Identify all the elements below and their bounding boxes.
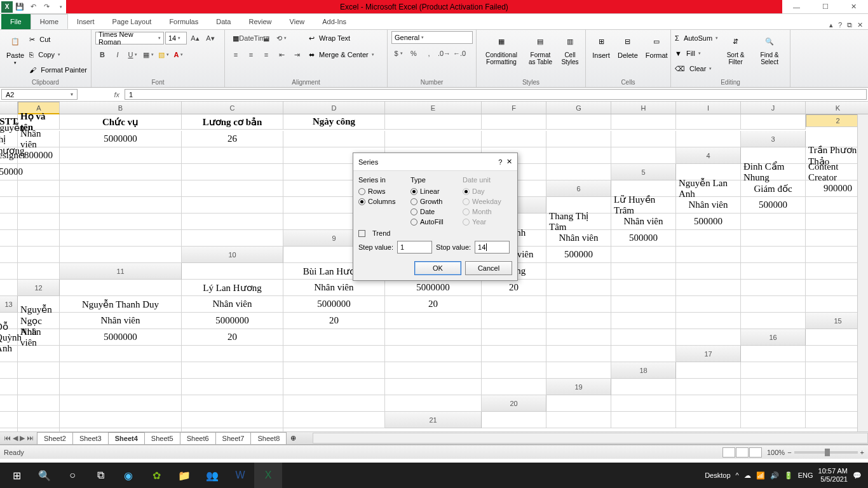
excel-taskbar-icon[interactable]: X: [254, 463, 282, 488]
cell[interactable]: [611, 280, 676, 296]
row-header[interactable]: 20: [482, 395, 546, 412]
save-icon[interactable]: 💾: [13, 1, 26, 13]
step-value-input[interactable]: 1: [397, 241, 432, 254]
cell[interactable]: Giám đốc: [741, 180, 806, 197]
cell[interactable]: [0, 180, 18, 197]
cell[interactable]: [0, 263, 18, 280]
app-icon-1[interactable]: ✿: [142, 463, 170, 488]
cell[interactable]: Nguyễn Thị Phương: [0, 131, 18, 147]
close-button[interactable]: ✕: [839, 0, 868, 14]
col-header[interactable]: K: [806, 102, 868, 114]
radio-rows[interactable]: Rows: [358, 187, 404, 195]
dialog-close-icon[interactable]: ✕: [506, 158, 512, 166]
cell[interactable]: [546, 346, 611, 362]
cell[interactable]: [385, 379, 482, 395]
cell[interactable]: [182, 147, 283, 164]
desktop-label[interactable]: Desktop: [705, 471, 730, 479]
font-color-button[interactable]: A: [172, 48, 186, 62]
cell[interactable]: [546, 147, 611, 164]
cell[interactable]: [182, 412, 283, 428]
cell[interactable]: [385, 114, 482, 130]
horizontal-scrollbar[interactable]: [313, 433, 868, 444]
cell[interactable]: [182, 395, 283, 412]
cell[interactable]: [482, 412, 546, 428]
radio-date[interactable]: Date: [410, 208, 456, 215]
cell[interactable]: [18, 230, 60, 247]
cell[interactable]: [0, 395, 18, 412]
cell[interactable]: [60, 362, 182, 379]
cell[interactable]: 20: [385, 296, 482, 313]
cell[interactable]: [676, 296, 741, 313]
sheet-tab[interactable]: Sheet7: [215, 432, 252, 444]
cell[interactable]: [182, 230, 283, 247]
cell[interactable]: 500000: [546, 247, 611, 263]
autosum-button[interactable]: Σ AutoSum: [675, 31, 718, 45]
sheet-tab[interactable]: Sheet4: [108, 432, 145, 444]
cell[interactable]: [60, 280, 182, 296]
radio-columns[interactable]: Columns: [358, 198, 404, 205]
redo-icon[interactable]: ↷: [40, 1, 53, 13]
cell[interactable]: [283, 395, 385, 412]
cell[interactable]: [0, 412, 18, 428]
row-header[interactable]: 4: [676, 147, 741, 164]
cell[interactable]: 20: [482, 280, 546, 296]
cell[interactable]: 26: [182, 131, 283, 147]
tab-data[interactable]: Data: [207, 14, 240, 29]
cell[interactable]: Nhân viên: [546, 230, 611, 247]
cell[interactable]: [676, 280, 741, 296]
zoom-in-button[interactable]: +: [860, 449, 864, 456]
decrease-decimal-icon[interactable]: ←.0: [452, 46, 466, 60]
underline-button[interactable]: U: [126, 48, 140, 62]
clear-button[interactable]: ⌫ Clear: [675, 62, 718, 76]
cell[interactable]: 5000000: [385, 280, 482, 296]
page-layout-view-button[interactable]: [736, 447, 749, 458]
cell[interactable]: [60, 412, 182, 428]
cell[interactable]: [18, 214, 60, 230]
row-header[interactable]: 21: [385, 412, 482, 428]
find-select-button[interactable]: 🔍Find & Select: [753, 31, 786, 67]
cell[interactable]: [611, 263, 676, 280]
cell[interactable]: [676, 230, 741, 247]
cell[interactable]: [741, 362, 806, 379]
align-left-icon[interactable]: ≡: [229, 48, 243, 62]
cell[interactable]: [182, 362, 283, 379]
fill-button[interactable]: ▼ Fill: [675, 46, 718, 60]
cell[interactable]: [741, 412, 806, 428]
page-break-view-button[interactable]: [749, 447, 762, 458]
tab-formulas[interactable]: Formulas: [160, 14, 207, 29]
cell[interactable]: [0, 428, 18, 432]
copy-button[interactable]: ⎘ Copy: [29, 48, 87, 62]
cell[interactable]: [385, 131, 482, 147]
maximize-button[interactable]: ☐: [811, 0, 839, 14]
cell[interactable]: [676, 313, 741, 329]
row-header[interactable]: 17: [676, 346, 741, 362]
cell[interactable]: [611, 329, 676, 346]
cell[interactable]: [611, 346, 676, 362]
cortana-icon[interactable]: ○: [58, 463, 86, 488]
font-size-select[interactable]: 14: [165, 32, 187, 44]
cell[interactable]: [182, 379, 283, 395]
tab-file[interactable]: File: [1, 14, 31, 29]
cell[interactable]: Nguyễn Lan Anh: [676, 180, 741, 197]
cell[interactable]: [60, 379, 182, 395]
delete-cells-button[interactable]: ⊟Delete: [615, 31, 641, 60]
cell-styles-button[interactable]: ▥Cell Styles: [559, 31, 581, 67]
wifi-icon[interactable]: 📶: [756, 471, 765, 480]
cell[interactable]: [182, 214, 283, 230]
col-header[interactable]: E: [385, 102, 482, 114]
cell[interactable]: [611, 247, 676, 263]
cell[interactable]: Nhân viên: [676, 197, 741, 214]
bold-button[interactable]: B: [95, 48, 109, 62]
cell[interactable]: [741, 313, 806, 329]
format-cells-button[interactable]: ▭Format: [643, 31, 670, 60]
cell[interactable]: [611, 131, 676, 147]
cell[interactable]: 5000000: [182, 313, 283, 329]
cell[interactable]: [741, 379, 806, 395]
col-header[interactable]: D: [283, 102, 385, 114]
cell[interactable]: [741, 214, 806, 230]
cell[interactable]: [741, 114, 806, 130]
clock[interactable]: 10:57 AM 5/5/2021: [818, 467, 848, 484]
cell[interactable]: [546, 395, 611, 412]
cell[interactable]: [60, 147, 182, 164]
cell[interactable]: [676, 362, 741, 379]
